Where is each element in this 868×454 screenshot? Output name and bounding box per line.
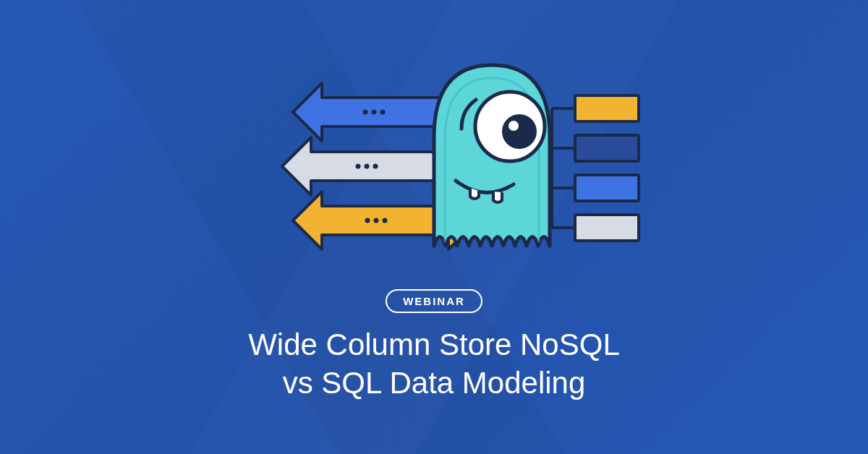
svg-point-4 <box>365 164 370 169</box>
svg-rect-15 <box>575 135 639 161</box>
svg-rect-16 <box>575 175 639 201</box>
title-line-2: vs SQL Data Modeling <box>248 364 620 403</box>
svg-point-20 <box>502 114 537 149</box>
arrow-blue-icon <box>293 83 456 141</box>
mascot-icon <box>434 65 550 246</box>
hero-illustration <box>181 43 687 275</box>
title-line-1: Wide Column Store NoSQL <box>248 326 620 364</box>
svg-point-1 <box>372 110 377 115</box>
page-title: Wide Column Store NoSQL vs SQL Data Mode… <box>248 326 620 402</box>
svg-point-5 <box>373 164 378 169</box>
svg-point-21 <box>509 121 519 131</box>
svg-rect-14 <box>575 95 639 121</box>
webinar-badge: WEBINAR <box>386 289 482 313</box>
svg-point-0 <box>363 110 368 115</box>
svg-rect-17 <box>575 215 639 241</box>
svg-point-8 <box>383 218 388 223</box>
svg-point-7 <box>374 218 379 223</box>
svg-point-6 <box>365 218 370 223</box>
svg-point-2 <box>380 110 386 115</box>
svg-point-3 <box>356 164 361 169</box>
